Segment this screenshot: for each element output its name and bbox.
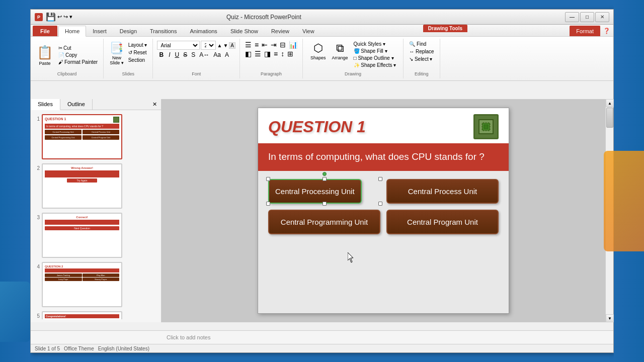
font-size-select[interactable]: 24 — [201, 41, 216, 50]
new-slide-button[interactable]: 📑 NewSlide ▾ — [108, 41, 126, 66]
ribbon-group-slides: 📑 NewSlide ▾ Layout ▾ ↺ Reset Section Sl… — [104, 39, 153, 78]
tab-home[interactable]: Home — [58, 26, 86, 37]
handle-tm — [323, 177, 327, 181]
slide-panel-close[interactable]: ✕ — [148, 99, 161, 110]
find-button[interactable]: 🔍 Find — [408, 41, 435, 47]
notes-area[interactable]: Click to add notes — [31, 331, 613, 344]
answer-button-2[interactable]: Central Process Unit — [386, 179, 499, 204]
slide-thumbnail-4[interactable]: 4 QUESTION 2 James Trading Play Man Larr… — [33, 262, 159, 307]
tab-view[interactable]: View — [296, 26, 321, 36]
slide-thumbnail-5[interactable]: 5 Congratulations! Finish — [33, 311, 159, 319]
maximize-button[interactable]: □ — [580, 12, 594, 22]
spacing-button[interactable]: A↔ — [198, 51, 211, 58]
strikethrough-button[interactable]: S — [182, 51, 189, 58]
editing-label: Editing — [415, 69, 429, 76]
ribbon-group-drawing: ⬡ Shapes ⧉ Arrange Quick Styles ▾ 🪣 Shap… — [303, 39, 404, 78]
slide-thumbnail-1[interactable]: 1 QUESTION 1 In terms of computing, what… — [33, 114, 159, 159]
minimize-button[interactable]: — — [565, 12, 579, 22]
decrease-indent-button[interactable]: ⇤ — [261, 41, 269, 49]
align-left-button[interactable]: ◧ — [244, 50, 253, 58]
qat-dropdown[interactable]: ▾ — [69, 14, 72, 20]
font-decrease-btn[interactable]: ▼ — [223, 43, 228, 48]
paste-button[interactable]: 📋 Paste — [35, 44, 55, 67]
redo-btn[interactable]: ↪ — [63, 14, 68, 20]
answer-button-3[interactable]: Central Programming Unit — [268, 210, 380, 234]
clear-format-btn[interactable]: A — [229, 42, 235, 49]
tab-slideshow[interactable]: Slide Show — [224, 26, 265, 36]
powerpoint-window: P 💾 ↩ ↪ ▾ Quiz - Microsoft PowerPoint Dr… — [30, 9, 614, 353]
reset-button[interactable]: ↺ Reset — [127, 49, 149, 56]
answer-button-1[interactable]: Central Processing Unit — [268, 179, 362, 204]
underline-button[interactable]: U — [173, 51, 181, 58]
tab-outline[interactable]: Outline — [60, 99, 93, 110]
line-spacing-button[interactable]: ↕ — [280, 50, 285, 58]
main-area: QUESTION 1 — [162, 99, 605, 322]
scroll-down-button[interactable]: ▼ — [606, 314, 614, 322]
help-btn[interactable]: ❓ — [600, 26, 613, 36]
slide-canvas[interactable]: QUESTION 1 — [258, 108, 509, 314]
font-increase-btn[interactable]: ▲ — [217, 43, 222, 48]
tab-insert[interactable]: Insert — [86, 26, 113, 36]
question-title: QUESTION 1 — [268, 118, 366, 136]
tab-animations[interactable]: Animations — [183, 26, 223, 36]
replace-button[interactable]: ↔ Replace — [408, 48, 435, 55]
answer-button-4[interactable]: Central Program Unit — [386, 210, 499, 234]
copy-button[interactable]: 📄 Copy — [57, 52, 99, 58]
justify-button[interactable]: ≡ — [273, 50, 279, 58]
increase-indent-button[interactable]: ⇥ — [270, 41, 278, 49]
format-painter-button[interactable]: 🖌 Format Painter — [57, 59, 99, 65]
cpu-icon — [473, 114, 499, 139]
tab-file[interactable]: File — [33, 26, 57, 36]
tab-slides[interactable]: Slides — [31, 99, 60, 110]
bullets-button[interactable]: ☰ — [244, 41, 253, 49]
tab-design[interactable]: Design — [113, 26, 143, 36]
slide-thumbnail-3[interactable]: 3 Correct! Next Question — [33, 213, 159, 258]
shape-outline-button[interactable]: □ Shape Outline ▾ — [352, 55, 398, 61]
notes-placeholder: Click to add notes — [167, 334, 210, 340]
select-button[interactable]: ↘ Select ▾ — [408, 56, 435, 62]
close-button[interactable]: ✕ — [595, 12, 609, 22]
handle-tr — [378, 177, 382, 181]
ribbon-tabs: File Home Insert Design Transitions Anim… — [31, 25, 613, 37]
window-controls: Drawing Tools — □ ✕ — [565, 12, 609, 22]
arrange-button[interactable]: ⧉ Arrange — [330, 41, 350, 61]
shape-effects-button[interactable]: ✨ Shape Effects ▾ — [352, 62, 398, 68]
layout-button[interactable]: Layout ▾ — [127, 42, 149, 48]
numbering-button[interactable]: ≡ — [254, 41, 260, 49]
font-name-select[interactable]: Arial — [157, 41, 200, 50]
shapes-button[interactable]: ⬡ Shapes — [308, 41, 328, 61]
columns-button[interactable]: ⊟ — [279, 41, 287, 49]
handle-br — [378, 202, 382, 206]
undo-btn[interactable]: ↩ — [57, 14, 62, 20]
scroll-up-button[interactable]: ▲ — [606, 99, 614, 107]
scroll-thumb[interactable] — [606, 108, 613, 128]
quick-styles-button[interactable]: Quick Styles ▾ — [352, 41, 398, 47]
font-color-button[interactable]: A — [223, 51, 230, 58]
bold-button[interactable]: B — [157, 51, 166, 59]
shapes-label: Shapes — [310, 55, 326, 60]
text-direction-button[interactable]: 📊 — [288, 41, 298, 49]
tab-format[interactable]: Format — [570, 26, 600, 36]
tab-transitions[interactable]: Transitions — [143, 26, 183, 36]
drawing-tools-banner: Drawing Tools — [423, 25, 467, 32]
language-info: English (United States) — [98, 346, 149, 351]
shadow-button[interactable]: S — [190, 51, 197, 58]
tab-review[interactable]: Review — [265, 26, 296, 36]
rotation-handle[interactable] — [323, 172, 327, 176]
drawing-label: Drawing — [345, 69, 361, 76]
arrange-label: Arrange — [332, 55, 348, 60]
font-label: Font — [192, 69, 201, 76]
save-btn[interactable]: 💾 — [46, 12, 56, 22]
align-right-button[interactable]: ◨ — [263, 50, 272, 58]
smartart-button[interactable]: ⊞ — [286, 50, 294, 58]
section-button[interactable]: Section — [127, 57, 149, 63]
slide-thumbnail-2[interactable]: 2 Wrong Answer! Try Again — [33, 163, 159, 209]
italic-button[interactable]: I — [167, 51, 172, 59]
ribbon-group-clipboard: 📋 Paste ✂ Cut 📄 Copy 🖌 Format Painter Cl… — [31, 39, 104, 78]
change-case-button[interactable]: Aa — [212, 51, 222, 58]
paragraph-label: Paragraph — [261, 69, 282, 76]
cut-button[interactable]: ✂ Cut — [57, 45, 99, 51]
shape-fill-button[interactable]: 🪣 Shape Fill ▾ — [352, 48, 398, 54]
align-center-button[interactable]: ☰ — [254, 50, 262, 58]
app-icon: P — [35, 13, 43, 21]
